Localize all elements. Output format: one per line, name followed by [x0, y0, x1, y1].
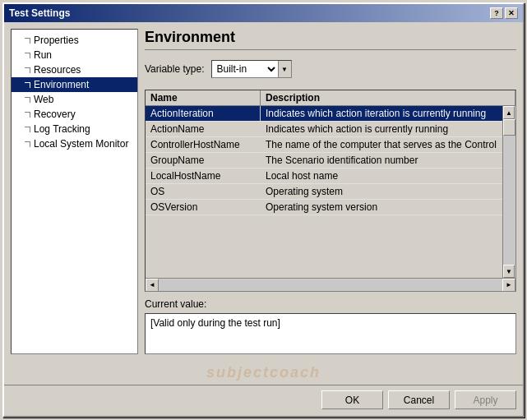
dropdown-arrow-icon: ▼	[278, 61, 291, 77]
cell-description: Local host name	[261, 168, 502, 183]
sidebar: PropertiesRunResourcesEnvironmentWebReco…	[11, 29, 138, 354]
current-value-section: Current value:	[145, 298, 516, 354]
sidebar-item-web[interactable]: Web	[12, 92, 137, 107]
table-row[interactable]: OSOperating system	[146, 184, 502, 200]
titlebar: Test Settings ? ✕	[4, 4, 523, 22]
cell-description: Indicates which action iteration is curr…	[261, 106, 502, 121]
cell-description: Operating system	[261, 184, 502, 199]
dialog-content: PropertiesRunResourcesEnvironmentWebReco…	[4, 22, 523, 361]
current-value-label: Current value:	[145, 298, 516, 310]
cell-name: LocalHostName	[146, 168, 261, 183]
env-table-container: Name Description ActionIterationIndicate…	[145, 90, 516, 292]
sidebar-item-environment[interactable]: Environment	[12, 77, 137, 92]
scroll-thumb[interactable]	[503, 119, 515, 136]
test-settings-dialog: Test Settings ? ✕ PropertiesRunResources…	[2, 2, 525, 418]
scroll-up-btn[interactable]: ▲	[503, 106, 515, 119]
titlebar-buttons: ? ✕	[490, 7, 518, 19]
scroll-left-btn[interactable]: ◄	[146, 279, 159, 292]
cell-name: OS	[146, 184, 261, 199]
sidebar-item-local-system-monitor[interactable]: Local System Monitor	[12, 136, 137, 151]
variable-type-label: Variable type:	[145, 63, 205, 75]
h-scroll-track[interactable]	[159, 279, 502, 291]
table-row[interactable]: LocalHostNameLocal host name	[146, 168, 502, 184]
scroll-down-btn[interactable]: ▼	[503, 265, 515, 278]
table-row[interactable]: ControllerHostNameThe name of the comput…	[146, 137, 502, 153]
table-row[interactable]: ActionIterationIndicates which action it…	[146, 106, 502, 122]
scroll-track[interactable]	[503, 119, 515, 265]
scroll-right-btn[interactable]: ►	[502, 279, 515, 292]
col-desc-header: Description	[261, 90, 515, 105]
table-row[interactable]: OSVersionOperating system version	[146, 200, 502, 215]
cancel-button[interactable]: Cancel	[388, 390, 450, 409]
vertical-scrollbar[interactable]: ▲ ▼	[502, 106, 515, 278]
sidebar-item-resources[interactable]: Resources	[12, 62, 137, 77]
cell-name: ActionIteration	[146, 106, 261, 121]
close-button[interactable]: ✕	[505, 7, 518, 19]
cell-description: Indicates which action is currently runn…	[261, 122, 502, 136]
cell-name: ControllerHostName	[146, 137, 261, 152]
sidebar-item-log-tracking[interactable]: Log Tracking	[12, 122, 137, 136]
apply-button[interactable]: Apply	[455, 390, 516, 409]
watermark: subjectcoach	[4, 361, 523, 385]
variable-type-dropdown[interactable]: Built-in	[212, 61, 278, 77]
cell-description: The Scenario identification number	[261, 153, 502, 168]
dialog-buttons: OK Cancel Apply	[4, 385, 523, 416]
table-scroll[interactable]: ActionIterationIndicates which action it…	[146, 106, 502, 278]
cell-name: GroupName	[146, 153, 261, 168]
variable-type-select[interactable]: Built-in ▼	[211, 60, 292, 78]
ok-button[interactable]: OK	[321, 390, 383, 409]
main-panel: Environment Variable type: Built-in ▼ Na…	[145, 29, 516, 354]
sidebar-item-recovery[interactable]: Recovery	[12, 107, 137, 122]
variable-type-row: Variable type: Built-in ▼	[145, 60, 516, 78]
help-button[interactable]: ?	[490, 7, 503, 19]
table-row[interactable]: ActionNameIndicates which action is curr…	[146, 122, 502, 137]
sidebar-item-properties[interactable]: Properties	[12, 33, 137, 48]
table-row[interactable]: GroupNameThe Scenario identification num…	[146, 153, 502, 168]
dialog-title: Test Settings	[9, 7, 70, 19]
cell-description: Operating system version	[261, 200, 502, 215]
current-value-input[interactable]	[145, 313, 516, 354]
cell-name: OSVersion	[146, 200, 261, 215]
horizontal-scrollbar[interactable]: ◄ ►	[146, 278, 515, 291]
table-header: Name Description	[146, 90, 515, 106]
table-inner: ActionIterationIndicates which action it…	[146, 106, 515, 278]
panel-title: Environment	[145, 29, 516, 50]
col-name-header: Name	[146, 90, 261, 105]
cell-name: ActionName	[146, 122, 261, 136]
sidebar-item-run[interactable]: Run	[12, 48, 137, 62]
cell-description: The name of the computer that serves as …	[261, 137, 502, 152]
